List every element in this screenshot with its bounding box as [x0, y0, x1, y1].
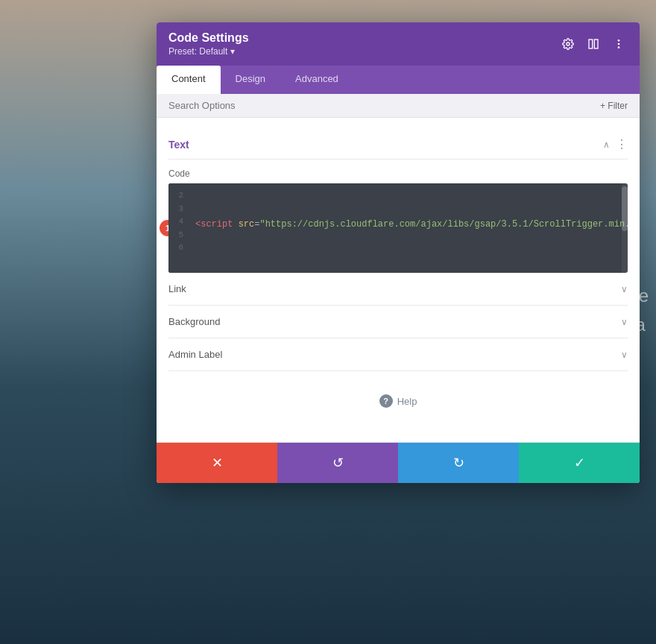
code-scrollbar-thumb[interactable] [622, 186, 628, 231]
modal-title: Code Settings [168, 31, 249, 45]
modal-body: Text ∧ ⋮ Code 1 2 3 4 5 6 [157, 118, 640, 442]
redo-button[interactable]: ↻ [398, 443, 519, 483]
link-section-chevron[interactable]: ∨ [621, 284, 628, 294]
code-content[interactable]: <script src="https://cdnjs.cloudflare.co… [189, 183, 628, 273]
tab-design[interactable]: Design [221, 66, 280, 94]
svg-rect-1 [589, 40, 593, 48]
help-label: Help [397, 396, 417, 407]
modal-header: Code Settings Preset: Default ▾ [157, 22, 640, 66]
tab-content[interactable]: Content [157, 66, 221, 94]
modal-preset[interactable]: Preset: Default ▾ [168, 46, 249, 57]
text-section-title: Text [168, 139, 189, 151]
svg-point-3 [618, 40, 620, 42]
admin-label-section[interactable]: Admin Label ∨ [168, 338, 628, 371]
modal-header-info: Code Settings Preset: Default ▾ [168, 31, 249, 57]
help-icon: ? [379, 394, 393, 408]
save-icon: ✓ [574, 455, 585, 471]
modal-header-actions [559, 35, 628, 53]
background-section-chevron[interactable]: ∨ [621, 317, 628, 327]
modal-tabs: Content Design Advanced [157, 66, 640, 94]
code-line-numbers: 2 3 4 5 6 [168, 183, 189, 273]
text-section-collapse[interactable]: ∧ [603, 139, 610, 150]
cancel-button[interactable]: ✕ [157, 443, 277, 483]
background-section-title: Background [168, 316, 220, 327]
columns-icon[interactable] [584, 35, 602, 53]
cancel-icon: ✕ [212, 455, 223, 471]
code-editor-wrapper: 1 2 3 4 5 6 <script src="https://cdnjs.c… [168, 183, 628, 273]
svg-point-0 [567, 42, 570, 45]
admin-label-section-title: Admin Label [168, 349, 222, 360]
link-section[interactable]: Link ∨ [168, 273, 628, 306]
background-section[interactable]: Background ∨ [168, 306, 628, 338]
save-button[interactable]: ✓ [519, 443, 640, 483]
more-options-icon[interactable] [610, 35, 628, 53]
redo-icon: ↻ [453, 455, 464, 471]
undo-button[interactable]: ↺ [277, 443, 398, 483]
svg-point-5 [618, 46, 620, 48]
modal-footer: ✕ ↺ ↻ ✓ [157, 442, 640, 483]
code-settings-modal: Code Settings Preset: Default ▾ [157, 22, 640, 483]
text-section-menu[interactable]: ⋮ [616, 137, 628, 151]
code-scrollbar[interactable] [622, 183, 628, 273]
text-section-header: Text ∧ ⋮ [168, 130, 628, 160]
help-section: ? Help [168, 371, 628, 430]
code-editor[interactable]: 2 3 4 5 6 <script src="https://cdnjs.clo… [168, 183, 628, 273]
link-section-title: Link [168, 283, 186, 294]
search-input[interactable] [168, 100, 600, 111]
undo-icon: ↺ [332, 455, 344, 471]
admin-label-section-chevron[interactable]: ∨ [621, 350, 628, 360]
svg-rect-2 [594, 40, 598, 48]
help-button[interactable]: ? Help [379, 394, 417, 408]
tab-advanced[interactable]: Advanced [280, 66, 353, 94]
code-field-label: Code [168, 168, 628, 179]
svg-point-4 [618, 43, 620, 45]
filter-button[interactable]: + Filter [600, 101, 628, 111]
text-section-actions: ∧ ⋮ [603, 137, 628, 151]
search-bar: + Filter [157, 94, 640, 118]
settings-icon[interactable] [559, 35, 577, 53]
text-section: Text ∧ ⋮ Code 1 2 3 4 5 6 [168, 130, 628, 273]
